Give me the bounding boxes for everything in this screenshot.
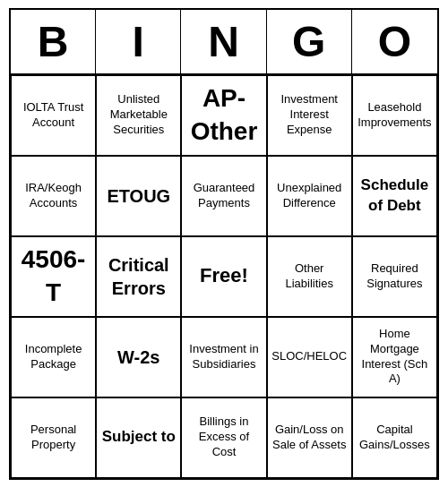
bingo-cell: Gain/Loss on Sale of Assets <box>267 397 352 478</box>
header-letter: I <box>96 10 181 73</box>
bingo-cell: Billings in Excess of Cost <box>181 397 266 478</box>
bingo-cell: IRA/Keogh Accounts <box>11 156 96 236</box>
bingo-cell: Unexplained Difference <box>267 156 352 236</box>
bingo-cell: Home Mortgage Interest (Sch A) <box>352 317 437 397</box>
bingo-cell: Unlisted Marketable Securities <box>96 75 181 156</box>
bingo-cell: Capital Gains/Losses <box>352 397 437 478</box>
bingo-cell: Free! <box>181 236 266 317</box>
bingo-cell: Schedule of Debt <box>352 156 437 236</box>
bingo-cell: Investment Interest Expense <box>267 75 352 156</box>
bingo-cell: SLOC/HELOC <box>267 317 352 397</box>
bingo-cell: 4506-T <box>11 236 96 317</box>
bingo-card: BINGO IOLTA Trust AccountUnlisted Market… <box>9 8 439 480</box>
header-letter: B <box>11 10 96 73</box>
bingo-cell: Incomplete Package <box>11 317 96 397</box>
bingo-cell: Guaranteed Payments <box>181 156 266 236</box>
bingo-cell: Leasehold Improvements <box>352 75 437 156</box>
bingo-cell: Investment in Subsidiaries <box>181 317 266 397</box>
header-letter: O <box>352 10 437 73</box>
bingo-cell: Required Signatures <box>352 236 437 317</box>
bingo-cell: AP-Other <box>181 75 266 156</box>
bingo-cell: Personal Property <box>11 397 96 478</box>
header-letter: G <box>267 10 352 73</box>
bingo-grid: IOLTA Trust AccountUnlisted Marketable S… <box>11 75 437 478</box>
bingo-cell: IOLTA Trust Account <box>11 75 96 156</box>
header-letter: N <box>181 10 266 73</box>
bingo-cell: Critical Errors <box>96 236 181 317</box>
bingo-cell: ETOUG <box>96 156 181 236</box>
bingo-header: BINGO <box>11 10 437 75</box>
bingo-cell: W-2s <box>96 317 181 397</box>
bingo-cell: Subject to <box>96 397 181 478</box>
bingo-cell: Other Liabilities <box>267 236 352 317</box>
